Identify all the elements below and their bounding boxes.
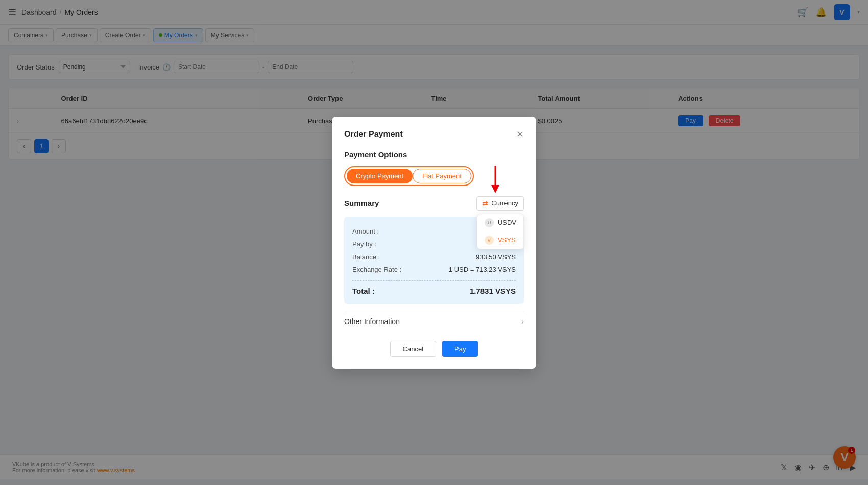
- summary-divider: [352, 280, 516, 281]
- summary-total: Total : 1.7831 VSYS: [352, 285, 516, 295]
- currency-option-usdv[interactable]: U USDV: [477, 214, 523, 232]
- modal-overlay[interactable]: Order Payment ✕ Payment Options Crypto P…: [0, 0, 868, 485]
- modal-footer: Cancel Pay: [344, 341, 524, 357]
- summary-row-exchange: Exchange Rate : 1 USD = 713.23 VSYS: [352, 263, 516, 276]
- fiat-payment-tab[interactable]: Fiat Payment: [413, 169, 471, 183]
- other-info-label: Other Information: [344, 317, 400, 326]
- total-label: Total :: [352, 287, 375, 295]
- usdv-coin-icon: U: [485, 218, 494, 227]
- currency-swap-icon: ⇄: [482, 199, 488, 207]
- arrow-annotation: [485, 166, 505, 197]
- currency-option-vsys[interactable]: V VSYS: [477, 232, 523, 249]
- currency-dropdown: U USDV V VSYS: [477, 214, 524, 249]
- crypto-payment-tab[interactable]: Crypto Payment: [347, 169, 413, 183]
- amount-label: Amount :: [352, 227, 379, 235]
- order-payment-modal: Order Payment ✕ Payment Options Crypto P…: [332, 117, 536, 369]
- currency-selector: ⇄ Currency U USDV V VSYS: [476, 196, 524, 211]
- modal-title: Order Payment: [344, 130, 403, 139]
- svg-marker-1: [491, 185, 499, 193]
- exchange-label: Exchange Rate :: [352, 266, 401, 273]
- payby-label: Pay by :: [352, 240, 376, 248]
- modal-header: Order Payment ✕: [344, 129, 524, 140]
- vsys-coin-icon: V: [485, 236, 494, 245]
- balance-label: Balance :: [352, 253, 380, 261]
- payment-tabs: Crypto Payment Fiat Payment: [344, 166, 474, 186]
- modal-pay-button[interactable]: Pay: [442, 341, 478, 357]
- cancel-button[interactable]: Cancel: [390, 341, 436, 357]
- summary-title: Summary: [344, 199, 379, 207]
- summary-row-balance: Balance : 933.50 VSYS: [352, 250, 516, 263]
- total-value: 1.7831 VSYS: [470, 287, 516, 295]
- currency-button-label: Currency: [491, 199, 518, 207]
- exchange-value: 1 USD = 713.23 VSYS: [449, 266, 516, 273]
- other-information-section[interactable]: Other Information ›: [344, 312, 524, 331]
- summary-header: Summary ⇄ Currency U USDV: [344, 196, 524, 211]
- modal-close-button[interactable]: ✕: [516, 129, 524, 140]
- vsys-label: VSYS: [498, 236, 516, 244]
- balance-value: 933.50 VSYS: [476, 253, 516, 261]
- currency-button[interactable]: ⇄ Currency: [476, 196, 524, 211]
- payment-options-label: Payment Options: [344, 150, 524, 159]
- usdv-label: USDV: [498, 219, 516, 226]
- other-info-arrow: ›: [521, 317, 524, 326]
